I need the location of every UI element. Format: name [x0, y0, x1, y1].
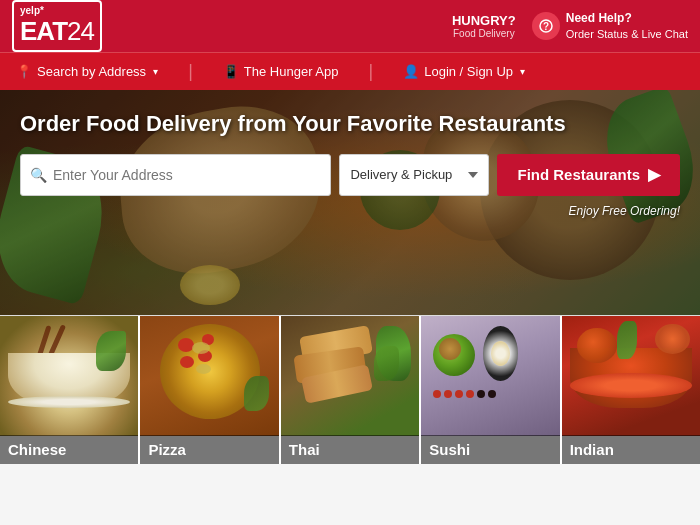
delivery-select[interactable]: Delivery & PickupDelivery OnlyPickup Onl… [339, 154, 489, 196]
help-text: Need Help? Order Status & Live Chat [566, 10, 688, 42]
address-input-wrapper: 🔍 [20, 154, 331, 196]
search-row: 🔍 Delivery & PickupDelivery OnlyPickup O… [20, 154, 680, 196]
eat24-label: EAT24 [20, 16, 94, 47]
navbar: 📍 Search by Address ▾ | 📱 The Hunger App… [0, 52, 700, 90]
hero-section: Order Food Delivery from Your Favorite R… [0, 90, 700, 315]
category-label-sushi: Sushi [421, 435, 559, 464]
category-label-thai: Thai [281, 435, 419, 464]
category-label-pizza: Pizza [140, 435, 278, 464]
user-icon: 👤 [403, 64, 419, 79]
category-label-chinese: Chinese [0, 435, 138, 464]
category-pizza[interactable]: Pizza [140, 316, 280, 464]
nav-divider-2: | [369, 61, 374, 82]
dropdown-arrow-login-icon: ▾ [520, 66, 525, 77]
dropdown-arrow-icon: ▾ [153, 66, 158, 77]
category-indian[interactable]: Indian [562, 316, 700, 464]
logo[interactable]: yelp* EAT24 [12, 0, 102, 52]
hungry-title: HUNGRY? [452, 13, 516, 28]
category-thai[interactable]: Thai [281, 316, 421, 464]
category-label-indian: Indian [562, 435, 700, 464]
header: yelp* EAT24 HUNGRY? Food Delivery ? Need… [0, 0, 700, 52]
find-restaurants-button[interactable]: Find Restaurants ▶ [497, 154, 680, 196]
hungry-section: HUNGRY? Food Delivery [452, 13, 516, 39]
help-section[interactable]: ? Need Help? Order Status & Live Chat [532, 10, 688, 42]
svg-text:?: ? [543, 21, 549, 32]
address-input[interactable] [20, 154, 331, 196]
hero-headline: Order Food Delivery from Your Favorite R… [20, 110, 680, 138]
category-sushi[interactable]: Sushi [421, 316, 561, 464]
nav-hunger-app[interactable]: 📱 The Hunger App [223, 64, 339, 79]
nav-divider-1: | [188, 61, 193, 82]
hero-content: Order Food Delivery from Your Favorite R… [0, 90, 700, 232]
header-right: HUNGRY? Food Delivery ? Need Help? Order… [452, 10, 688, 42]
phone-icon: 📱 [223, 64, 239, 79]
free-ordering-text: Enjoy Free Ordering! [20, 204, 680, 218]
food-categories: Chinese Pizza Thai [0, 315, 700, 464]
nav-login[interactable]: 👤 Login / Sign Up ▾ [403, 64, 525, 79]
arrow-icon: ▶ [648, 165, 660, 184]
yelp-label: yelp* [20, 5, 44, 16]
category-chinese[interactable]: Chinese [0, 316, 140, 464]
hungry-sub: Food Delivery [452, 28, 516, 39]
nav-search-address[interactable]: 📍 Search by Address ▾ [16, 64, 158, 79]
location-icon: 📍 [16, 64, 32, 79]
help-icon: ? [532, 12, 560, 40]
search-icon: 🔍 [30, 167, 47, 183]
